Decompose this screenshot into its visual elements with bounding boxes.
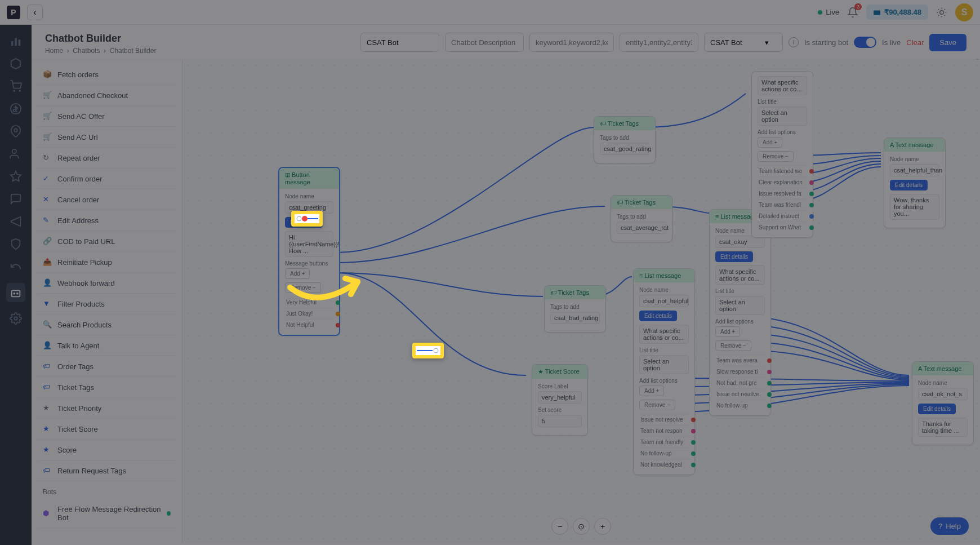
main: Chatbot Builder Home › Chatbots › Chatbo… — [32, 25, 980, 545]
node-avg-tag[interactable]: 🏷 Ticket Tags Tags to addcsat_average_ra… — [611, 195, 672, 242]
crumb-chatbots[interactable]: Chatbots — [73, 47, 100, 55]
notifications-button[interactable]: 3 — [847, 7, 858, 18]
nav-settings-icon[interactable] — [10, 312, 22, 325]
nav-shield-icon[interactable] — [10, 238, 22, 250]
svg-point-9 — [12, 149, 16, 153]
node-helpful-list[interactable]: What specific actions or co... List titl… — [751, 71, 813, 238]
tutorial-arrow-icon — [284, 265, 375, 316]
highlight-connector-1 — [291, 211, 323, 227]
nav-chat-icon[interactable] — [10, 193, 22, 205]
brand-logo[interactable]: P — [7, 6, 20, 19]
chevron-left-icon: ‹ — [33, 7, 36, 17]
node-good-tag[interactable]: 🏷 Ticket Tags Tags to addcsat_good_ratin… — [594, 116, 656, 163]
panel-item-6[interactable]: ✕Cancel order — [36, 189, 177, 210]
panel-item-1[interactable]: 🛒Abandoned Checkout — [36, 85, 177, 106]
panel-item-15[interactable]: 🏷Ticket Tags — [36, 377, 177, 398]
nav-undo-icon[interactable] — [10, 260, 22, 273]
panel-item-icon: ✓ — [43, 174, 52, 183]
side-nav — [0, 25, 32, 545]
zoom-out-button[interactable]: − — [551, 518, 568, 535]
node-type-label: ⊞ Button message — [279, 168, 339, 189]
svg-rect-0 — [874, 10, 880, 15]
panel-item-14[interactable]: 🏷Order Tags — [36, 356, 177, 377]
node-okay[interactable]: ≡ List message Node name csat_okay Edit … — [709, 209, 771, 416]
svg-point-6 — [19, 90, 20, 91]
zoom-in-button[interactable]: + — [594, 518, 611, 535]
panel-item-13[interactable]: 👤Talk to Agent — [36, 335, 177, 356]
node-helpful-thanks[interactable]: A Text message Node name csat_helpful_th… — [884, 138, 946, 228]
back-button[interactable]: ‹ — [27, 5, 43, 20]
live-toggle[interactable] — [854, 37, 876, 48]
panel-item-19[interactable]: 🏷Return Request Tags — [36, 460, 177, 481]
panel-item-12[interactable]: 🔍Search Products — [36, 314, 177, 335]
panel-item-16[interactable]: ★Ticket Priority — [36, 398, 177, 419]
entities-input[interactable] — [620, 33, 698, 52]
opt-not-helpful[interactable]: Not Helpful — [285, 319, 333, 330]
keywords-input[interactable] — [529, 33, 614, 52]
bot-name-input[interactable] — [360, 33, 439, 52]
nav-bot-icon[interactable] — [6, 283, 25, 302]
save-button[interactable]: Save — [929, 34, 966, 51]
nav-users-icon[interactable] — [10, 148, 22, 160]
nav-pin-icon[interactable] — [10, 125, 22, 138]
panel-item-3[interactable]: 🛒Send AC Url — [36, 127, 177, 148]
clear-button[interactable]: Clear — [906, 38, 924, 47]
panel-item-icon: 👤 — [43, 341, 52, 350]
panel-item-icon: 🏷 — [43, 383, 52, 392]
highlight-connector-2 — [412, 343, 444, 358]
bot-select[interactable]: CSAT Bot▾ — [704, 33, 783, 52]
left-panel[interactable]: 📦Fetch orders🛒Abandoned Checkout🛒Send AC… — [32, 60, 182, 544]
svg-marker-10 — [11, 171, 21, 181]
panel-item-5[interactable]: ✓Confirm order — [36, 169, 177, 189]
svg-rect-4 — [19, 39, 21, 46]
wallet-balance[interactable]: ₹90,488.48 — [866, 5, 928, 20]
nav-cube-icon[interactable] — [10, 57, 22, 70]
panel-bot-item[interactable]: ⬢ Free Flow Message Redirection Bot — [36, 499, 177, 528]
top-bar: P ‹ Live 3 ₹90,488.48 S — [0, 0, 980, 25]
svg-point-8 — [14, 129, 17, 132]
help-button[interactable]: ?Help — [930, 517, 969, 535]
panel-item-9[interactable]: 📤Reinitiate Pickup — [36, 252, 177, 273]
nav-dollar-icon[interactable] — [10, 103, 22, 115]
panel-item-17[interactable]: ★Ticket Score — [36, 419, 177, 440]
nav-star-icon[interactable] — [10, 170, 22, 183]
panel-item-2[interactable]: 🛒Send AC Offer — [36, 106, 177, 127]
breadcrumb: Home › Chatbots › Chatbot Builder — [45, 47, 156, 55]
help-icon: ? — [938, 522, 942, 530]
panel-item-0[interactable]: 📦Fetch orders — [36, 64, 177, 85]
crumb-builder: Chatbot Builder — [110, 47, 157, 55]
theme-toggle-icon[interactable] — [936, 7, 947, 18]
panel-item-icon: 🛒 — [43, 112, 52, 121]
starting-bot-label: Is starting bot — [804, 38, 848, 47]
panel-item-icon: ★ — [43, 424, 52, 433]
page-title: Chatbot Builder — [45, 33, 156, 45]
panel-item-icon: ★ — [43, 404, 52, 413]
panel-item-10[interactable]: 👤Webhook forward — [36, 273, 177, 294]
crumb-home[interactable]: Home — [45, 47, 63, 55]
panel-item-4[interactable]: ↻Repeat order — [36, 148, 177, 169]
nav-cart-icon[interactable] — [10, 80, 22, 92]
connector-icon — [417, 347, 439, 355]
zoom-reset-button[interactable]: ⊙ — [573, 518, 590, 535]
panel-item-18[interactable]: ★Score — [36, 440, 177, 460]
panel-item-icon: 🏷 — [43, 466, 52, 475]
panel-item-7[interactable]: ✎Edit Address — [36, 210, 177, 231]
bot-desc-input[interactable] — [445, 33, 524, 52]
nav-analytics-icon[interactable] — [10, 35, 22, 47]
panel-item-8[interactable]: 🔗COD to Paid URL — [36, 231, 177, 252]
svg-point-1 — [940, 10, 944, 14]
panel-item-11[interactable]: ▼Filter Products — [36, 294, 177, 314]
node-ok-not-thanks[interactable]: A Text message Node name csat_ok_not_s E… — [912, 361, 974, 445]
node-ticket-score[interactable]: ★ Ticket Score Score Label very_helpful … — [532, 364, 588, 436]
info-icon[interactable]: i — [789, 37, 799, 47]
svg-point-16 — [302, 216, 308, 221]
is-live-label: Is live — [882, 38, 901, 47]
node-not-helpful[interactable]: ≡ List message Node name csat_not_helpfu… — [633, 268, 695, 475]
node-bad-tag[interactable]: 🏷 Ticket Tags Tags to addcsat_bad_rating — [544, 285, 606, 333]
panel-item-icon: 🏷 — [43, 362, 52, 371]
zoom-controls: − ⊙ + — [551, 518, 611, 535]
nav-megaphone-icon[interactable] — [10, 215, 22, 228]
panel-item-icon: ★ — [43, 445, 52, 454]
user-avatar[interactable]: S — [955, 3, 973, 21]
bots-section-label: Bots — [36, 481, 177, 499]
